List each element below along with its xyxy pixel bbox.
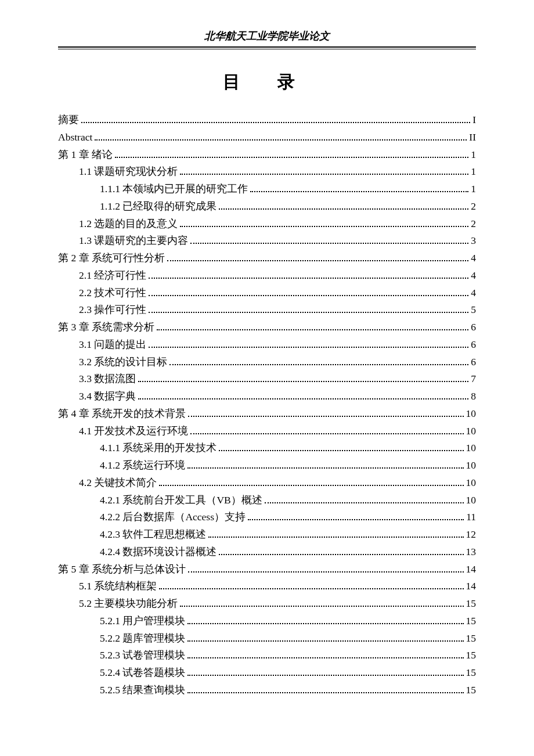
toc-leader [265,496,464,503]
toc-entry-page: 10 [466,440,477,457]
toc-entry[interactable]: 2.1 经济可行性4 [58,267,476,285]
toc-entry-label: 5.2 主要模块功能分析 [79,595,178,613]
toc-entry-page: 2 [471,198,476,215]
toc-entry[interactable]: 第 4 章 系统开发的技术背景10 [58,405,476,423]
toc-leader [187,462,463,469]
toc-entry[interactable]: 3.2 系统的设计目标6 [58,354,476,371]
toc-leader [138,375,468,383]
toc-entry[interactable]: 2.3 操作可行性5 [58,301,476,319]
toc-entry-page: 13 [466,543,477,561]
toc-entry-page: 10 [466,423,477,440]
toc-entry-page: 10 [466,457,477,474]
toc-entry-label: 4.1.2 系统运行环境 [100,457,185,474]
toc-leader [248,513,464,521]
toc-leader [138,393,468,400]
toc-entry[interactable]: 摘要I [58,111,476,129]
toc-entry[interactable]: 5.2.3 试卷管理模块15 [58,647,476,664]
toc-entry-label: 5.2.1 用户管理模块 [100,613,185,630]
toc-entry[interactable]: 第 1 章 绪论1 [58,146,476,164]
toc-entry[interactable]: 4.2 关键技术简介10 [58,474,476,492]
toc-entry[interactable]: 3.1 问题的提出6 [58,336,476,354]
toc-entry-page: 11 [466,509,476,526]
toc-leader [157,323,468,331]
toc-leader [188,409,464,417]
toc-leader [187,669,463,676]
toc-leader [180,219,468,227]
toc-entry[interactable]: 1.1 课题研究现状分析1 [58,163,476,181]
toc-entry[interactable]: 1.3 课题研究的主要内容3 [58,232,476,250]
toc-entry-label: 2.3 操作可行性 [79,301,146,319]
toc-entry-page: 6 [471,354,476,371]
toc-entry-page: 4 [471,250,476,267]
page-header: 北华航天工业学院毕业论文 [58,29,476,46]
toc-entry-label: 4.1.1 系统采用的开发技术 [100,440,217,457]
toc-entry[interactable]: 1.2 选题的目的及意义2 [58,215,476,233]
toc-entry[interactable]: 3.3 数据流图7 [58,370,476,388]
toc-entry[interactable]: 5.2.2 题库管理模块15 [58,630,476,647]
toc-entry-label: 1.2 选题的目的及意义 [79,215,178,233]
toc-entry[interactable]: 4.2.4 数据环境设计器概述13 [58,543,476,561]
toc-entry-page: 8 [471,388,476,405]
toc-entry[interactable]: 5.2 主要模块功能分析15 [58,595,476,613]
toc-entry-label: Abstract [58,129,92,146]
toc-entry-page: 2 [471,215,476,233]
toc-entry-label: 4.2 关键技术简介 [79,474,157,492]
toc-entry-page: 5 [471,301,476,319]
toc-entry-label: 5.2.2 题库管理模块 [100,630,185,647]
toc-entry[interactable]: 4.1 开发技术及运行环境10 [58,423,476,440]
toc-entry[interactable]: 1.1.1 本领域内已开展的研究工作1 [58,181,476,198]
toc-leader [208,531,463,538]
toc-entry-label: 第 2 章 系统可行性分析 [58,250,165,267]
toc-entry-label: 3.1 问题的提出 [79,336,146,354]
toc-entry-label: 5.2.3 试卷管理模块 [100,647,185,664]
toc-leader [190,237,468,244]
toc-entry-page: 1 [471,146,476,164]
toc-entry-page: 10 [466,474,477,492]
toc-entry[interactable]: 5.1 系统结构框架14 [58,578,476,595]
toc-leader [149,289,468,296]
toc-leader [167,254,468,262]
toc-entry-page: 15 [466,613,477,630]
toc-entry-page: 4 [471,267,476,285]
toc-entry-label: 第 1 章 绪论 [58,146,113,164]
toc-entry-page: 15 [466,682,477,699]
toc-entry-label: 4.1 开发技术及运行环境 [79,423,188,440]
toc-entry-label: 第 3 章 系统需求分析 [58,319,154,336]
toc-entry[interactable]: 5.2.1 用户管理模块15 [58,613,476,630]
toc-entry[interactable]: 5.2.5 结果查询模块15 [58,682,476,699]
document-page: 北华航天工业学院毕业论文 目 录 摘要IAbstractII第 1 章 绪论11… [0,0,534,756]
toc-entry-page: 15 [466,664,477,682]
toc-entry-label: 2.2 技术可行性 [79,285,146,302]
toc-leader [187,651,463,659]
toc-entry[interactable]: 2.2 技术可行性4 [58,285,476,302]
toc-entry[interactable]: 3.4 数据字典8 [58,388,476,405]
toc-entry-page: 14 [466,561,477,578]
toc-leader [115,150,468,158]
toc-entry[interactable]: 4.2.2 后台数据库（Access）支持11 [58,509,476,526]
toc-leader [188,565,464,573]
toc-leader [219,548,463,555]
toc-leader [159,478,463,486]
toc-entry-label: 1.3 课题研究的主要内容 [79,232,188,250]
toc-entry[interactable]: 第 2 章 系统可行性分析4 [58,250,476,267]
toc-entry-label: 4.2.4 数据环境设计器概述 [100,543,217,561]
toc-leader [190,427,463,434]
toc-entry[interactable]: AbstractII [58,129,476,146]
toc-entry-label: 1.1.2 已经取得的研究成果 [100,198,217,215]
header-text: 北华航天工业学院毕业论文 [204,30,330,42]
toc-entry[interactable]: 第 3 章 系统需求分析6 [58,319,476,336]
toc-entry[interactable]: 4.1.2 系统运行环境10 [58,457,476,474]
toc-leader [180,600,463,607]
toc-entry-page: 6 [471,336,476,354]
toc-entry[interactable]: 4.2.3 软件工程思想概述12 [58,526,476,543]
toc-title: 目 录 [58,70,476,94]
toc-entry-label: 1.1.1 本领域内已开展的研究工作 [100,181,248,198]
toc-entry-page: II [469,129,476,146]
toc-entry-page: 15 [466,647,477,664]
toc-entry[interactable]: 5.2.4 试卷答题模块15 [58,664,476,682]
toc-entry[interactable]: 4.1.1 系统采用的开发技术10 [58,440,476,457]
toc-entry[interactable]: 1.1.2 已经取得的研究成果2 [58,198,476,215]
toc-entry-page: 1 [471,181,476,198]
toc-entry[interactable]: 第 5 章 系统分析与总体设计14 [58,561,476,578]
toc-entry[interactable]: 4.2.1 系统前台开发工具（VB）概述10 [58,492,476,509]
